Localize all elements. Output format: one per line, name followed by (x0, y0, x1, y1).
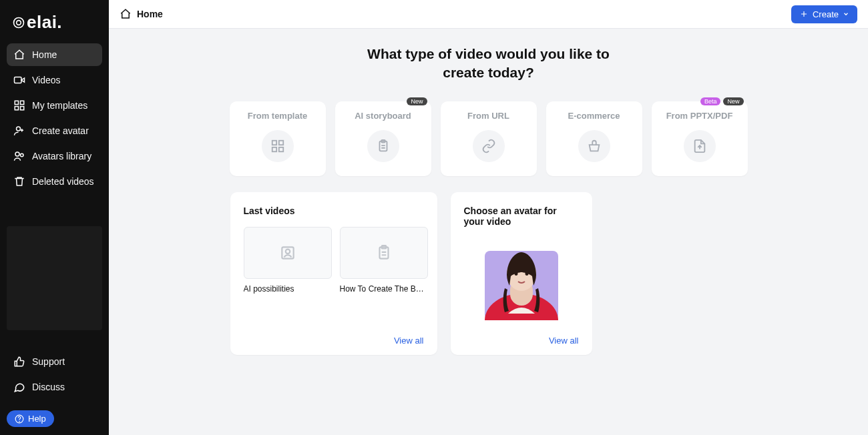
sidebar-item-label: Home (32, 49, 57, 60)
tile-ai-storyboard[interactable]: New AI storyboard (335, 101, 431, 176)
sidebar-item-templates[interactable]: My templates (7, 94, 102, 117)
svg-point-1 (17, 20, 21, 25)
home-icon (13, 49, 25, 61)
tile-from-pptx-pdf[interactable]: Beta New From PPTX/PDF (652, 101, 748, 176)
person-card-icon (279, 244, 296, 262)
svg-rect-12 (272, 140, 276, 144)
chat-icon (13, 381, 25, 393)
tile-title: From URL (467, 111, 509, 121)
sidebar-item-videos[interactable]: Videos (7, 69, 102, 91)
svg-point-9 (21, 153, 24, 157)
create-button[interactable]: Create (791, 5, 857, 23)
sidebar-item-discuss[interactable]: Discuss (7, 376, 102, 398)
page-headline: What type of video would you like to cre… (349, 45, 629, 83)
tile-title: AI storyboard (355, 111, 411, 121)
clipboard-icon (375, 244, 393, 262)
main: Home Create What type of video would you… (109, 0, 868, 435)
svg-point-11 (19, 421, 20, 422)
avatar-image[interactable] (485, 240, 558, 320)
sidebar-item-label: Discuss (32, 382, 65, 392)
sidebar-item-label: Support (32, 356, 65, 367)
svg-rect-5 (15, 107, 18, 110)
help-label: Help (28, 414, 46, 424)
svg-rect-15 (278, 147, 282, 151)
tile-title: From PPTX/PDF (666, 111, 733, 121)
last-videos-panel: Last videos AI possibilities How To Crea… (230, 192, 437, 355)
tile-from-template[interactable]: From template (230, 101, 326, 176)
home-icon (120, 8, 132, 20)
clipboard-icon (367, 130, 399, 162)
trash-icon (13, 175, 25, 187)
svg-point-0 (14, 17, 24, 27)
new-badge: New (407, 97, 427, 105)
tile-title: From template (248, 111, 308, 121)
chevron-down-icon (843, 11, 849, 17)
svg-rect-14 (272, 147, 276, 151)
brand-logo: elai. (7, 8, 102, 43)
sidebar-promo-box (7, 226, 102, 330)
svg-point-8 (15, 152, 19, 156)
avatar-add-icon (13, 125, 25, 137)
sidebar-nav: Home Videos My templates Create avatar A… (7, 43, 102, 193)
view-all-avatars[interactable]: View all (549, 336, 579, 346)
svg-rect-4 (21, 101, 24, 104)
video-thumb[interactable] (340, 227, 428, 279)
sidebar: elai. Home Videos My templates Create av… (0, 0, 109, 435)
sidebar-item-label: My templates (32, 100, 87, 111)
file-upload-icon (684, 130, 716, 162)
svg-rect-13 (278, 140, 282, 144)
video-label: How To Create The Best We… (340, 284, 428, 294)
sidebar-item-support[interactable]: Support (7, 350, 102, 373)
sidebar-item-label: Avatars library (32, 151, 91, 161)
sidebar-item-label: Create avatar (32, 125, 89, 136)
sidebar-bottom: Support Discuss Help (7, 350, 102, 427)
beta-badge: Beta (700, 97, 721, 105)
video-icon (13, 74, 25, 86)
tile-ecommerce[interactable]: E-commerce (546, 101, 642, 176)
breadcrumb: Home (120, 8, 163, 20)
sidebar-item-home[interactable]: Home (7, 43, 102, 66)
svg-point-19 (285, 249, 290, 254)
tile-title: E-commerce (568, 111, 620, 121)
svg-rect-2 (15, 77, 22, 83)
svg-rect-6 (21, 107, 24, 110)
sidebar-item-label: Deleted videos (32, 176, 94, 187)
panel-title: Last videos (244, 205, 424, 216)
svg-point-27 (525, 272, 528, 276)
create-label: Create (813, 9, 839, 19)
sidebar-item-create-avatar[interactable]: Create avatar (7, 119, 102, 142)
avatars-icon (13, 150, 25, 162)
breadcrumb-label: Home (137, 9, 163, 19)
topbar: Home Create (109, 0, 868, 29)
sidebar-item-deleted[interactable]: Deleted videos (7, 170, 102, 193)
svg-point-26 (514, 272, 517, 276)
svg-rect-3 (15, 101, 18, 104)
thumbs-up-icon (13, 356, 25, 368)
help-button[interactable]: Help (7, 410, 54, 427)
tile-from-url[interactable]: From URL (441, 101, 537, 176)
new-badge: New (723, 97, 743, 105)
sidebar-item-avatars-library[interactable]: Avatars library (7, 145, 102, 167)
create-tiles: From template New AI storyboard From URL (230, 101, 748, 176)
avatar-panel: Choose an avatar for your video View all (451, 192, 592, 355)
video-label: AI possibilities (244, 284, 332, 294)
grid-icon (262, 130, 294, 162)
link-icon (473, 130, 505, 162)
help-icon (15, 414, 24, 424)
panel-title: Choose an avatar for your video (464, 205, 579, 227)
plus-icon (799, 9, 809, 19)
svg-point-7 (17, 127, 21, 131)
video-thumb[interactable] (244, 227, 332, 279)
basket-icon (578, 130, 610, 162)
templates-icon (13, 99, 25, 111)
panels-row: Last videos AI possibilities How To Crea… (230, 192, 747, 355)
sidebar-item-label: Videos (32, 75, 61, 85)
view-all-videos[interactable]: View all (394, 336, 424, 346)
content: What type of video would you like to cre… (109, 29, 868, 435)
